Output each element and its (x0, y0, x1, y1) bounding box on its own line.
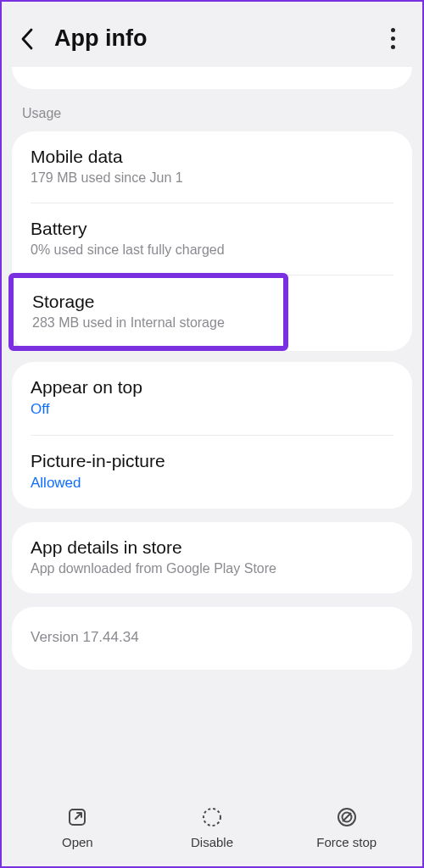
version-card: Version 17.44.34 (12, 607, 412, 670)
pip-row[interactable]: Picture-in-picture Allowed (12, 436, 412, 509)
store-card: App details in store App downloaded from… (12, 522, 412, 593)
usage-card: Mobile data 179 MB used since Jun 1 Batt… (12, 131, 412, 351)
app-details-title: App details in store (31, 537, 393, 558)
version-text: Version 17.44.34 (31, 629, 393, 646)
open-button[interactable]: Open (10, 806, 145, 849)
more-options-icon[interactable] (380, 28, 405, 49)
storage-row[interactable]: Storage 283 MB used in Internal storage (14, 278, 283, 346)
app-details-sub: App downloaded from Google Play Store (31, 561, 393, 576)
header-bar: App info (2, 2, 422, 67)
storage-highlight: Storage 283 MB used in Internal storage (8, 273, 288, 351)
open-label: Open (62, 835, 93, 849)
battery-title: Battery (31, 219, 393, 239)
open-icon (66, 806, 88, 828)
app-info-screen: App info Usage Mobile data 179 MB used s… (0, 0, 424, 868)
overlay-card: Appear on top Off Picture-in-picture All… (12, 362, 412, 509)
mobile-data-row[interactable]: Mobile data 179 MB used since Jun 1 (12, 131, 412, 203)
storage-sub: 283 MB used in Internal storage (32, 315, 265, 331)
svg-point-1 (204, 809, 220, 826)
appear-on-top-row[interactable]: Appear on top Off (12, 362, 412, 435)
bottom-action-bar: Open Disable Force stop (2, 796, 422, 866)
pip-title: Picture-in-picture (31, 451, 393, 471)
content-area: Usage Mobile data 179 MB used since Jun … (2, 67, 422, 796)
appear-on-top-title: Appear on top (31, 377, 393, 398)
disable-button[interactable]: Disable (145, 806, 280, 849)
back-icon[interactable] (19, 26, 37, 52)
disable-label: Disable (191, 835, 233, 849)
storage-title: Storage (32, 292, 265, 312)
appear-on-top-status: Off (31, 401, 393, 418)
force-stop-label: Force stop (316, 835, 377, 849)
battery-row[interactable]: Battery 0% used since last fully charged (12, 203, 412, 275)
pip-status: Allowed (31, 475, 393, 492)
force-stop-button[interactable]: Force stop (279, 806, 414, 849)
version-row: Version 17.44.34 (12, 607, 412, 670)
disable-icon (201, 806, 223, 828)
page-title: App info (54, 25, 380, 52)
force-stop-icon (336, 806, 358, 828)
usage-section-label: Usage (12, 89, 412, 131)
mobile-data-title: Mobile data (31, 147, 393, 167)
battery-sub: 0% used since last fully charged (31, 242, 393, 258)
app-details-row[interactable]: App details in store App downloaded from… (12, 522, 412, 593)
previous-card-sliver (12, 67, 412, 89)
mobile-data-sub: 179 MB used since Jun 1 (31, 170, 393, 186)
